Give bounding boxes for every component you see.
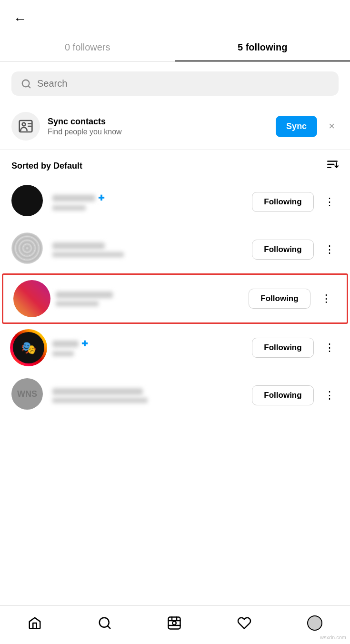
svg-rect-12 [169, 617, 180, 629]
user-name [56, 292, 242, 298]
user-info [52, 388, 245, 403]
list-item: Following ⋮ [0, 226, 350, 273]
tab-followers[interactable]: 0 followers [0, 33, 175, 61]
following-button[interactable]: Following [252, 338, 314, 358]
search-bar [11, 71, 339, 96]
sync-text-block: Sync contacts Find people you know [48, 117, 268, 136]
sort-prefix: Sorted by [11, 161, 53, 171]
more-options-button[interactable]: ⋮ [320, 242, 339, 258]
list-item: ✚ Following ⋮ [0, 178, 350, 226]
sort-row: Sorted by Default [0, 150, 350, 178]
bottom-navigation [0, 605, 350, 644]
tabs-bar: 0 followers 5 following [0, 33, 350, 62]
svg-line-1 [28, 86, 30, 88]
header: ← [0, 0, 350, 33]
svg-point-3 [22, 123, 26, 126]
reels-icon [167, 616, 181, 630]
user-name: ✚ [52, 339, 245, 348]
verified-icon: ✚ [98, 193, 104, 202]
tab-following[interactable]: 5 following [175, 33, 350, 61]
user-name: ✚ [52, 193, 245, 202]
list-item: WNS Following ⋮ [0, 372, 350, 419]
following-button[interactable]: Following [249, 289, 310, 309]
more-options-button[interactable]: ⋮ [317, 291, 335, 307]
nav-search-button[interactable] [90, 614, 120, 632]
user-name [52, 388, 245, 395]
search-icon [21, 79, 31, 89]
nav-home-button[interactable] [20, 614, 50, 632]
verified-icon: ✚ [81, 339, 88, 348]
avatar: WNS [11, 378, 46, 413]
sort-icon-button[interactable] [326, 158, 339, 173]
following-button[interactable]: Following [252, 192, 314, 212]
avatar: 🎭 [11, 331, 46, 365]
heart-icon [237, 616, 251, 630]
following-button[interactable]: Following [252, 240, 314, 260]
svg-line-11 [108, 626, 110, 628]
search-nav-icon [98, 616, 112, 630]
following-button[interactable]: Following [252, 385, 314, 405]
more-options-button[interactable]: ⋮ [320, 194, 339, 210]
avatar [15, 282, 49, 316]
nav-profile-button[interactable] [300, 614, 330, 633]
user-info: ✚ [52, 193, 245, 211]
sync-contacts-banner: Sync contacts Find people you know Sync … [0, 103, 350, 150]
more-options-button[interactable]: ⋮ [320, 340, 339, 356]
home-icon [28, 616, 42, 630]
following-list: ✚ Following ⋮ Following ⋮ [0, 178, 350, 467]
sort-label: Sorted by Default [11, 161, 82, 171]
list-item: 🎭 ✚ Following ⋮ [0, 324, 350, 372]
back-button[interactable]: ← [11, 10, 29, 29]
avatar [11, 232, 46, 267]
svg-point-13 [173, 621, 177, 625]
more-options-button[interactable]: ⋮ [320, 387, 339, 403]
user-info: ✚ [52, 339, 245, 356]
sort-value: Default [53, 161, 82, 171]
nav-reels-button[interactable] [160, 614, 189, 632]
search-input[interactable] [37, 78, 329, 89]
user-name [52, 242, 245, 249]
sync-title: Sync contacts [48, 117, 268, 127]
list-item-highlighted: Following ⋮ [2, 273, 348, 324]
user-info [52, 242, 245, 257]
avatar [11, 185, 46, 219]
sync-close-button[interactable]: × [325, 118, 339, 134]
sync-contacts-icon [11, 112, 40, 141]
sync-subtitle: Find people you know [48, 128, 268, 136]
user-info [56, 292, 242, 306]
watermark: wsxdn.com [320, 634, 346, 640]
sync-button[interactable]: Sync [276, 116, 317, 137]
nav-likes-button[interactable] [230, 614, 259, 632]
